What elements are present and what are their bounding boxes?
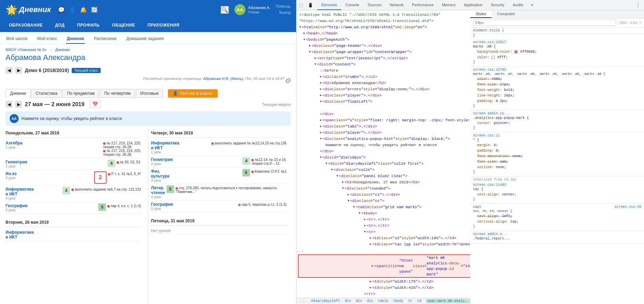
html-line[interactable]: ▶ <tr>…</tr>	[296, 223, 470, 229]
breadcrumb-school[interactable]: МАОУ «Гимназия № 0»	[6, 48, 47, 52]
nav-education[interactable]: ОБРАЗОВАНИЕ	[3, 19, 49, 32]
breadcrumb-item[interactable]: tbody	[393, 299, 403, 303]
bell-icon[interactable]: 🔔	[80, 7, 87, 13]
help-link[interactable]: Помощь	[276, 3, 291, 10]
filter-hint-cls[interactable]: .cls	[628, 21, 637, 25]
tab-quarters[interactable]: По четвертям	[100, 89, 135, 98]
html-line[interactable]: ▶ <div class="player" >…</div>	[296, 130, 470, 136]
html-line[interactable]: ▼ <div class="analytics-popup-hint" styl…	[296, 136, 470, 142]
devtools-tab-audits[interactable]: Audits	[509, 0, 527, 10]
tab-subjects[interactable]: По предметам	[62, 89, 99, 98]
expand-icon[interactable]: ▶	[370, 278, 371, 285]
expand-icon[interactable]: ▼	[320, 136, 322, 142]
grade-badge[interactable]: 5	[98, 203, 106, 211]
expand-icon[interactable]: ▼	[314, 61, 316, 68]
lesson-foreign[interactable]: Ин.яз	[6, 171, 93, 176]
html-line[interactable]: ▶ <h2> Абрамова Александра </h2>	[296, 80, 470, 86]
expand-icon[interactable]: ▼	[353, 204, 355, 210]
lesson-geog2[interactable]: География	[151, 202, 237, 207]
subnav-homework[interactable]: Домашние задания	[125, 34, 164, 44]
expand-icon[interactable]: ▶	[320, 123, 322, 130]
nav-profile[interactable]: ПРОФИЛЬ	[71, 19, 106, 32]
expand-icon[interactable]: ▼	[309, 49, 311, 55]
expand-icon[interactable]: ▶	[309, 43, 311, 49]
lesson-lit[interactable]: Литер.чтение	[151, 185, 165, 195]
html-line[interactable]: ▶ <head>…</head>	[296, 30, 470, 37]
devtools-tab-performance[interactable]: Performance	[408, 0, 438, 10]
expand-icon[interactable]: ▶	[372, 263, 373, 269]
grade-badge[interactable]: 4	[108, 160, 115, 167]
expand-icon[interactable]: ▼	[336, 173, 338, 179]
html-line[interactable]: ▼ <table class="grid vam marks" >	[296, 204, 470, 210]
lesson-geom2[interactable]: Геометрия	[151, 157, 241, 162]
style-source-link[interactable]: screen.css:12817	[473, 40, 506, 44]
expand-icon[interactable]: ▼	[342, 185, 344, 192]
devtools-tab-console[interactable]: Console	[341, 0, 363, 10]
expand-icon[interactable]: ▼	[348, 198, 349, 204]
html-line[interactable]: ▶ <h3> Понедельник, 27 мая 2019 </h3>	[296, 179, 470, 185]
devtools-tab-network[interactable]: Network	[386, 0, 408, 10]
expand-icon[interactable]: ▶	[320, 117, 322, 123]
expand-icon[interactable]: ▶	[364, 223, 366, 229]
breadcrumb-item[interactable]: td	[417, 299, 421, 303]
html-line[interactable]: ▶ <td class="s2" style="width:19%" >…</t…	[296, 235, 470, 241]
expand-icon[interactable]: ▶	[348, 192, 349, 198]
html-line[interactable]: </div>	[296, 148, 470, 154]
logo[interactable]: 🌟 Дневник	[6, 4, 51, 16]
expand-icon[interactable]: ▶	[320, 92, 322, 99]
html-line[interactable]: ▼ <tbody>	[296, 210, 470, 216]
subnav-diary[interactable]: Дневник	[66, 34, 85, 44]
subnav-myclass[interactable]: Мой класс	[37, 34, 58, 44]
lesson-cs2[interactable]: Информатикаи ИКТ	[6, 230, 141, 240]
expand-icon[interactable]: ▶	[320, 86, 322, 92]
html-line[interactable]: ▼ <tr>	[296, 229, 470, 235]
expand-icon[interactable]: ▶	[370, 241, 371, 247]
html-line[interactable]: ▶ <span class="u" style="float: right; m…	[296, 117, 470, 123]
nav-apps[interactable]: ПРИЛОЖЕНИЯ	[141, 19, 186, 32]
breadcrumb-item[interactable]: div	[367, 299, 373, 303]
nav-communication[interactable]: ОБЩЕНИЕ	[106, 19, 141, 32]
expand-icon[interactable]: ▼	[331, 167, 333, 173]
expand-icon[interactable]: ▶	[320, 130, 322, 136]
breadcrumb-item[interactable]: div	[345, 299, 351, 303]
settings-icon[interactable]: ⚙	[284, 77, 291, 85]
html-line[interactable]: "https://www.w3.org/TR/xhtml1/DTD/xhtml1…	[296, 18, 470, 24]
lesson-pe[interactable]: Физ.культура	[151, 169, 241, 179]
breadcrumb-item[interactable]: div	[356, 299, 362, 303]
expand-icon[interactable]: ▶	[342, 179, 344, 185]
html-line[interactable]: ▼ <div id="content" >	[296, 61, 470, 68]
last-view-user[interactable]: Абрамова И.В. (Мать),	[203, 77, 244, 81]
html-line[interactable]: <!doctype html PUBLIC "-//W3C//DTD XHTML…	[296, 12, 470, 18]
breadcrumb-item[interactable]: #diarydaysleft	[311, 299, 340, 303]
person-icon[interactable]: 👤	[69, 7, 76, 13]
html-line[interactable]: ▼ <body id="pageAuth" >	[296, 37, 470, 43]
calendar-button[interactable]: 📅	[90, 101, 101, 108]
html-line[interactable]: ▼ <div class="page-wrapper" id="contentW…	[296, 49, 470, 55]
devtools-tab-security[interactable]: Security	[486, 0, 509, 10]
html-line[interactable]: ▼ <div class="panel blue2 clear" >	[296, 173, 470, 179]
html-line[interactable]: ▶ <td style="width:17%" >…</td>	[296, 278, 470, 285]
html-line[interactable]: ::before	[296, 68, 470, 74]
expand-icon[interactable]: ▼	[364, 229, 366, 235]
expand-icon[interactable]: ▶	[314, 55, 316, 61]
style-source-link[interactable]: screen.css:12782	[473, 68, 506, 72]
grade-badge-2[interactable]: 2	[94, 171, 107, 184]
html-line[interactable]: ▼ <div class="cc" >	[296, 198, 470, 204]
subnav-schedule[interactable]: Расписание	[93, 34, 117, 44]
expand-icon[interactable]: ▼	[359, 210, 360, 216]
prev-week-button[interactable]: ◀	[6, 101, 12, 108]
color-swatch[interactable]	[492, 56, 495, 59]
filter-hint-add[interactable]: +	[639, 21, 641, 25]
breadcrumb-item[interactable]: ...	[300, 299, 306, 303]
style-source-link[interactable]: screen addin.cs...	[473, 112, 510, 115]
breadcrumb-item[interactable]: tr	[408, 299, 412, 303]
refresh-icon[interactable]: 🔄	[91, 7, 98, 13]
lesson-geo[interactable]: География	[6, 203, 97, 208]
expand-icon[interactable]: ▶	[320, 80, 322, 86]
devtools-more-icon[interactable]: »	[529, 2, 536, 8]
html-line[interactable]: ▼ <div class="floatLeft" >	[296, 99, 470, 105]
expand-icon[interactable]: ▼	[325, 161, 327, 167]
devtools-tab-memory[interactable]: Memory	[438, 0, 460, 10]
lesson-cs[interactable]: Информатикаи ИКТ	[6, 187, 61, 196]
expand-icon[interactable]: ▼	[320, 99, 322, 105]
